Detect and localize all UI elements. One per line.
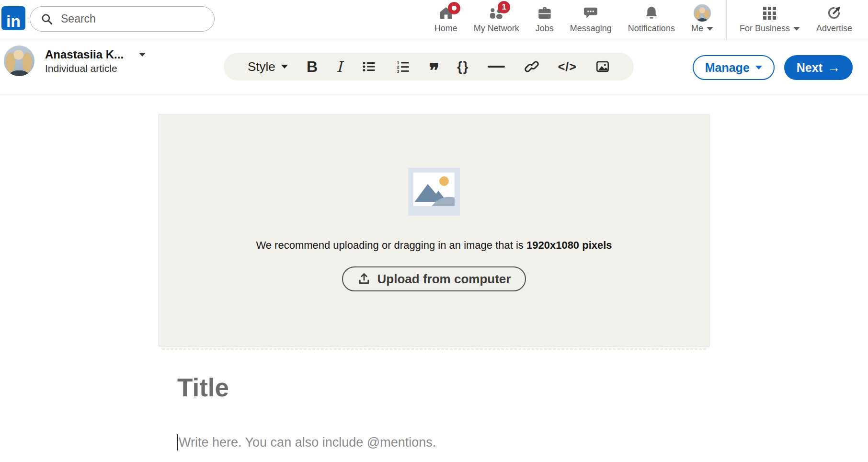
search-box[interactable] bbox=[30, 6, 215, 32]
author-selector[interactable]: Anastasiia K... Individual article bbox=[4, 46, 146, 76]
link-button[interactable] bbox=[524, 59, 539, 74]
nav-label: Me bbox=[691, 23, 713, 34]
nav-label: Advertise bbox=[816, 23, 852, 34]
svg-text:3: 3 bbox=[397, 69, 399, 74]
arrow-right-icon: → bbox=[827, 60, 840, 75]
home-notification-badge bbox=[448, 2, 460, 14]
search-input[interactable] bbox=[61, 12, 205, 25]
article-title-input[interactable]: Title bbox=[177, 373, 229, 402]
numbered-list-icon: 1 2 3 bbox=[395, 59, 411, 74]
body-placeholder-text: Write here. You can also include @mentio… bbox=[179, 435, 436, 450]
link-icon bbox=[524, 59, 539, 74]
author-avatar bbox=[4, 46, 34, 76]
nav-label: Notifications bbox=[628, 23, 675, 34]
cover-image-dropzone[interactable]: We recommend uploading or dragging in an… bbox=[159, 115, 709, 346]
text-cursor bbox=[177, 434, 178, 450]
italic-button[interactable]: I bbox=[336, 58, 342, 75]
linkedin-article-editor: in Home bbox=[0, 0, 868, 462]
nav-label: For Business bbox=[740, 23, 800, 34]
chevron-down-icon bbox=[707, 27, 713, 31]
nav-label: Home bbox=[434, 23, 457, 34]
messaging-icon bbox=[583, 5, 598, 21]
editor-header: Anastasiia K... Individual article Style… bbox=[0, 41, 868, 94]
nav-item-jobs[interactable]: Jobs bbox=[527, 0, 562, 40]
nav-label: Messaging bbox=[570, 23, 612, 34]
chevron-down-icon bbox=[755, 66, 762, 69]
article-body-input[interactable]: Write here. You can also include @mentio… bbox=[177, 434, 436, 450]
nav-label: Jobs bbox=[536, 23, 554, 34]
insert-image-button[interactable] bbox=[595, 60, 610, 73]
divider-button[interactable] bbox=[488, 66, 505, 68]
search-icon bbox=[41, 13, 53, 25]
style-dropdown[interactable]: Style bbox=[248, 59, 288, 74]
nav-item-for-business[interactable]: For Business bbox=[731, 0, 808, 40]
chevron-down-icon bbox=[281, 65, 288, 69]
horizontal-rule-icon bbox=[488, 66, 505, 68]
global-nav: in Home bbox=[0, 0, 868, 40]
bold-button[interactable]: B bbox=[307, 58, 318, 76]
notifications-icon bbox=[644, 5, 659, 21]
upload-icon bbox=[357, 272, 371, 286]
upload-recommendation-text: We recommend uploading or dragging in an… bbox=[256, 239, 612, 252]
nav-item-my-network[interactable]: 1 My Network bbox=[466, 0, 527, 40]
jobs-icon bbox=[537, 5, 552, 21]
nav-item-messaging[interactable]: Messaging bbox=[562, 0, 620, 40]
numbered-list-button[interactable]: 1 2 3 bbox=[395, 59, 411, 74]
chevron-down-icon bbox=[139, 53, 146, 57]
my-network-badge: 1 bbox=[498, 1, 510, 13]
nav-item-home[interactable]: Home bbox=[426, 0, 466, 40]
me-avatar bbox=[694, 4, 711, 22]
nav-item-advertise[interactable]: Advertise bbox=[808, 0, 860, 40]
bullet-list-icon bbox=[361, 59, 377, 74]
author-name: Anastasiia K... bbox=[45, 48, 124, 61]
embed-button[interactable]: </> bbox=[558, 60, 577, 74]
blockquote-button[interactable]: ❞ bbox=[429, 58, 439, 75]
nav-divider bbox=[726, 0, 727, 40]
linkedin-logo[interactable]: in bbox=[1, 6, 25, 30]
nav-items: Home 1 My Network bbox=[426, 0, 860, 40]
advertise-icon bbox=[826, 5, 842, 21]
formatting-toolbar: Style B I 1 2 3 bbox=[224, 53, 634, 81]
next-button[interactable]: Next→ bbox=[784, 55, 853, 80]
nav-item-notifications[interactable]: Notifications bbox=[620, 0, 683, 40]
bullet-list-button[interactable] bbox=[361, 59, 377, 74]
image-placeholder-icon bbox=[408, 168, 460, 216]
manage-button[interactable]: Manage bbox=[693, 55, 775, 80]
chevron-down-icon bbox=[793, 27, 800, 31]
header-actions: Manage Next→ bbox=[693, 55, 853, 80]
code-block-button[interactable]: {} bbox=[457, 59, 469, 74]
upload-from-computer-button[interactable]: Upload from computer bbox=[342, 266, 526, 291]
article-type-label: Individual article bbox=[45, 63, 146, 74]
nav-label: My Network bbox=[474, 23, 519, 34]
grid-icon bbox=[763, 7, 776, 20]
nav-item-me[interactable]: Me bbox=[683, 0, 721, 40]
image-icon bbox=[595, 60, 610, 73]
